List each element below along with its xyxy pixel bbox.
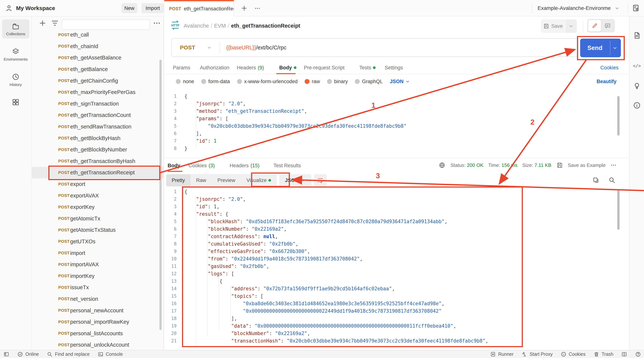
statusbar-console[interactable]: Console — [98, 351, 123, 357]
statusbar-cookies[interactable]: Cookies — [560, 351, 586, 357]
sidebar-item-personal_listAccounts[interactable]: POSTpersonal_listAccounts — [32, 328, 164, 339]
response-language-dropdown[interactable]: JSON — [279, 174, 311, 186]
new-tab-plus-icon[interactable] — [240, 4, 248, 12]
body-type-raw[interactable]: raw — [305, 79, 320, 84]
response-tab-cookies[interactable]: Cookies (3) — [188, 160, 215, 172]
response-more-icon[interactable] — [610, 162, 617, 168]
sidebar-item-export[interactable]: POSTexport — [32, 179, 164, 190]
filter-icon[interactable] — [51, 19, 59, 27]
language-dropdown[interactable]: JSON — [390, 79, 410, 84]
sidebar-item-eth_getBlockByHash[interactable]: POSTeth_getBlockByHash — [32, 132, 164, 144]
sidebar-item-importKey[interactable]: POSTimportKey — [32, 270, 164, 282]
copy-icon[interactable] — [592, 177, 600, 184]
code-snippet-icon[interactable]: </> — [633, 61, 641, 70]
rail-item-collections[interactable]: Collections — [2, 19, 29, 38]
tab-settings[interactable]: Settings — [385, 61, 403, 74]
documentation-icon[interactable] — [633, 31, 641, 39]
tab-body[interactable]: Body — [279, 61, 296, 74]
beautify-link[interactable]: Beautify — [596, 79, 616, 84]
sidebar-item-eth_sendRawTransaction[interactable]: POSTeth_sendRawTransaction — [32, 121, 164, 133]
sidebar-item-exportKey[interactable]: POSTexportKey — [32, 201, 164, 213]
save-button[interactable]: Save — [541, 19, 565, 33]
rail-item-environments[interactable]: Environments — [2, 45, 29, 64]
sidebar-item-eth_getTransactionCount[interactable]: POSTeth_getTransactionCount — [32, 109, 164, 121]
view-tab-pretty[interactable]: Pretty — [166, 174, 190, 186]
sidebar-item-personal_newAccount[interactable]: POSTpersonal_newAccount — [32, 305, 164, 316]
save-options-button[interactable] — [565, 19, 577, 33]
sidebar-scrollbar[interactable] — [160, 60, 162, 330]
sidebar-item-importAVAX[interactable]: POSTimportAVAX — [32, 259, 164, 270]
response-tab-body[interactable]: Body — [168, 160, 180, 172]
statusbar-trash[interactable]: Trash — [594, 351, 614, 357]
tab-params[interactable]: Params — [173, 61, 190, 74]
sidebar-item-eth_getBalance[interactable]: POSTeth_getBalance — [32, 64, 164, 75]
import-button[interactable]: Import — [142, 3, 164, 13]
body-type-x-www-form-urlencoded[interactable]: x-www-form-urlencoded — [237, 79, 298, 84]
response-tab-headers[interactable]: Headers (15) — [230, 160, 260, 172]
statusbar-find-and-replace[interactable]: Find and replace — [47, 351, 90, 357]
sidebar-item-eth_getTransactionReceipt[interactable]: POSTeth_getTransactionReceipt — [32, 167, 164, 179]
sidebar-search-input[interactable] — [62, 19, 150, 30]
wrap-lines-button[interactable] — [314, 174, 327, 186]
body-type-none[interactable]: none — [176, 79, 194, 84]
edit-mode-button[interactable] — [588, 20, 601, 31]
sidebar-item-eth_call[interactable]: POSTeth_call — [32, 29, 164, 41]
info-icon[interactable] — [633, 101, 641, 109]
body-type-binary[interactable]: binary — [327, 79, 348, 84]
breadcrumb-folder[interactable]: EVM — [214, 23, 226, 29]
sidebar-item-eth_chainId[interactable]: POSTeth_chainId — [32, 41, 164, 52]
response-tab-test-results[interactable]: Test Results — [274, 160, 301, 172]
statusbar-panel[interactable] — [3, 351, 9, 357]
response-body-editor[interactable]: 1{2 "jsonrpc": "2.0",3 "id": 1,4 "result… — [164, 187, 624, 350]
sidebar-item-exportAVAX[interactable]: POSTexportAVAX — [32, 190, 164, 201]
request-body-editor[interactable]: 1{2 "jsonrpc": "2.0",3 "method": "eth_ge… — [164, 89, 624, 158]
send-button[interactable]: Send — [580, 39, 621, 57]
sidebar-item-eth_getChainConfig[interactable]: POSTeth_getChainConfig — [32, 75, 164, 87]
sidebar-item-eth_getTransactionByHash[interactable]: POSTeth_getTransactionByHash — [32, 156, 164, 167]
environment-selector[interactable]: Example-Avalanche-Environme — [538, 0, 620, 16]
sidebar-item-getUTXOs[interactable]: POSTgetUTXOs — [32, 236, 164, 247]
tab-options-more-icon[interactable] — [254, 5, 260, 11]
statusbar-runner[interactable]: Runner — [490, 351, 514, 357]
body-type-graphql[interactable]: GraphQL — [355, 79, 383, 84]
sidebar-item-issueTx[interactable]: POSTissueTx — [32, 282, 164, 293]
comments-button[interactable] — [601, 20, 614, 31]
tab-authorization[interactable]: Authorization — [200, 61, 230, 74]
network-globe-icon[interactable] — [438, 162, 446, 169]
environment-quick-look-icon[interactable] — [632, 4, 640, 12]
method-dropdown[interactable]: POST — [180, 39, 212, 56]
statusbar-help[interactable] — [635, 351, 641, 357]
sidebar-item-getAtomicTxStatus[interactable]: POSTgetAtomicTxStatus — [32, 224, 164, 236]
request-editor-scrollbar[interactable] — [617, 96, 620, 136]
tab-pre-request-script[interactable]: Pre-request Script — [304, 61, 344, 74]
tab-tests[interactable]: Tests — [359, 61, 376, 74]
lightbulb-icon[interactable] — [633, 82, 641, 90]
rail-item-grid[interactable] — [2, 95, 29, 109]
sidebar-item-getAtomicTx[interactable]: POSTgetAtomicTx — [32, 213, 164, 224]
send-options-chevron-icon[interactable] — [612, 45, 618, 51]
view-tab-raw[interactable]: Raw — [190, 174, 212, 186]
sidebar-item-personal_unlockAccount[interactable]: POSTpersonal_unlockAccount — [32, 339, 164, 350]
sidebar-more-icon[interactable] — [153, 19, 161, 27]
statusbar-online[interactable]: Online — [17, 351, 39, 357]
tab-headers[interactable]: Headers (9) — [237, 61, 264, 74]
save-as-example-button[interactable]: Save as Example — [568, 163, 606, 168]
sidebar-item-personal_importRawKey[interactable]: POSTpersonal_importRawKey — [32, 316, 164, 328]
sidebar-item-eth_maxPriorityFeePerGas[interactable]: POSTeth_maxPriorityFeePerGas — [32, 87, 164, 98]
url-input[interactable]: {{baseURL}}/ext/bc/C/rpc — [226, 39, 286, 56]
sidebar-item-eth_getBlockByNumber[interactable]: POSTeth_getBlockByNumber — [32, 144, 164, 156]
add-request-plus-icon[interactable] — [38, 19, 47, 27]
sidebar-item-eth_signTransaction[interactable]: POSTeth_signTransaction — [32, 98, 164, 110]
rail-item-history[interactable]: History — [2, 70, 29, 89]
user-icon[interactable] — [5, 4, 13, 12]
statusbar-start-proxy[interactable]: Start Proxy — [521, 351, 553, 357]
statusbar-split[interactable] — [621, 351, 627, 357]
view-tab-preview[interactable]: Preview — [212, 174, 241, 186]
sidebar-item-eth_getAssetBalance[interactable]: POSTeth_getAssetBalance — [32, 52, 164, 64]
search-response-icon[interactable] — [608, 177, 616, 184]
body-type-form-data[interactable]: form-data — [201, 79, 230, 84]
view-tab-visualize[interactable]: Visualize — [241, 174, 277, 186]
breadcrumb-collection[interactable]: Avalanche — [184, 23, 209, 29]
response-editor-scrollbar[interactable] — [617, 190, 620, 230]
workspace-title[interactable]: My Workspace — [16, 5, 55, 11]
